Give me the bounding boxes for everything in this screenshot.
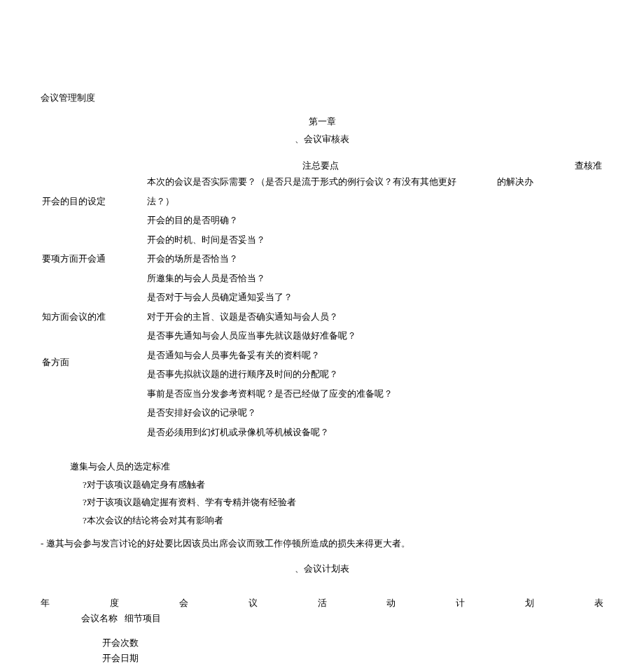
- plan-col-a: 会议名称: [81, 613, 118, 623]
- check-item-ext: 的解决办: [496, 172, 573, 192]
- group-label: 备方面: [41, 346, 146, 442]
- spread-char: 动: [386, 596, 396, 610]
- document-title: 会议管理制度: [41, 91, 603, 105]
- spread-char: 计: [456, 596, 465, 610]
- plan-item: 开会日期: [102, 651, 603, 665]
- plan-table-title: 年 度 会 议 活 动 计 划 表: [41, 596, 603, 610]
- header-mid: 注总要点: [146, 159, 496, 173]
- plan-col-b: 细节项目: [125, 613, 161, 623]
- check-item: 是否通知与会人员事先备妥有关的资料呢？: [146, 346, 573, 365]
- spread-char: 度: [110, 596, 119, 610]
- spread-char: 年: [41, 596, 50, 610]
- check-item: 是否对于与会人员确定通知妥当了？: [146, 288, 573, 307]
- table-row: 知方面会议的准 是否对于与会人员确定通知妥当了？: [41, 288, 603, 307]
- document-page: 会议管理制度 第一章 、会议审核表 注总要点 查核准 开会的目的设定 本次的会议…: [0, 0, 644, 664]
- list-item: ?对于该项议题确定身有感触者: [83, 478, 603, 492]
- check-item: 是否事先通知与会人员应当事先就议题做好准备呢？: [146, 326, 573, 346]
- check-item: 是否安排好会议的记录呢？: [146, 403, 573, 423]
- section-title-2: 、会议计划表: [41, 562, 603, 576]
- check-item: 是否必须用到幻灯机或录像机等机械设备呢？: [146, 423, 573, 442]
- check-item: 本次的会议是否实际需要？（是否只是流于形式的例行会议？有没有其他更好: [146, 172, 496, 192]
- check-item: 是否事先拟就议题的进行顺序及时间的分配呢？: [146, 365, 573, 384]
- spread-char: 表: [594, 596, 603, 610]
- group-label: 要项方面开会通: [41, 230, 146, 288]
- subsection-title: 邀集与会人员的选定标准: [70, 460, 603, 474]
- check-item: 开会的场所是否恰当？: [146, 249, 573, 269]
- list-item: ?对于该项议题确定握有资料、学有专精并饶有经验者: [83, 495, 603, 509]
- check-item: 事前是否应当分发参考资料呢？是否已经做了应变的准备呢？: [146, 384, 573, 404]
- check-item: 法？）: [146, 192, 573, 211]
- plan-header-row: 会议名称 细节项目: [81, 612, 603, 626]
- check-item: 开会的时机、时间是否妥当？: [146, 230, 573, 250]
- check-item: 所邀集的与会人员是否恰当？: [146, 269, 573, 288]
- table-row: 备方面 是否通知与会人员事先备妥有关的资料呢？: [41, 346, 603, 365]
- list-item: ?本次会议的结论将会对其有影响者: [83, 514, 603, 528]
- spread-char: 划: [525, 596, 534, 610]
- chapter-title: 第一章: [41, 115, 603, 129]
- check-item: 开会的目的是否明确？: [146, 211, 573, 230]
- group-label: 知方面会议的准: [41, 288, 146, 346]
- plan-item: 开会次数: [102, 636, 603, 650]
- spread-char: 会: [179, 596, 188, 610]
- final-note: - 邀其与会参与发言讨论的好处要比因该员出席会议而致工作停顿所造成的损失来得更大…: [41, 537, 603, 551]
- table-row: 要项方面开会通 开会的时机、时间是否妥当？: [41, 230, 603, 250]
- check-item: 对于开会的主旨、议题是否确实通知与会人员？: [146, 307, 573, 327]
- review-table: 注总要点 查核准 开会的目的设定 本次的会议是否实际需要？（是否只是流于形式的例…: [41, 159, 603, 442]
- table-header-row: 注总要点 查核准: [41, 159, 603, 173]
- table-row: 开会的目的设定 本次的会议是否实际需要？（是否只是流于形式的例行会议？有没有其他…: [41, 172, 603, 192]
- header-right: 查核准: [573, 159, 603, 173]
- section-title-1: 、会议审核表: [41, 132, 603, 146]
- spread-char: 议: [248, 596, 258, 610]
- group-label: 开会的目的设定: [41, 172, 146, 230]
- spread-char: 活: [318, 596, 327, 610]
